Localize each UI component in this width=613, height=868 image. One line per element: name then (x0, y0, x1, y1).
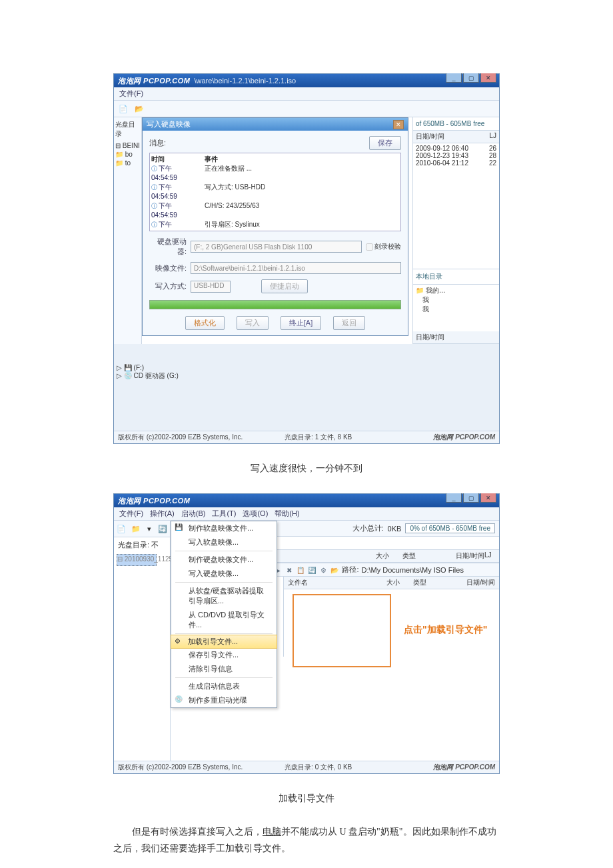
dropdown-icon[interactable]: ▾ (146, 523, 153, 534)
new-icon[interactable]: 📄 (118, 103, 129, 114)
tree-selected[interactable]: ⊟ 20100930_1125 (117, 554, 157, 566)
tree-item[interactable]: 我 (416, 295, 496, 305)
col-name: 文件名 (288, 578, 386, 587)
col-type: 类型 (402, 551, 456, 561)
hdr-date-2: 日期/时间 (416, 333, 496, 342)
new-icon[interactable]: 📄 (117, 523, 126, 534)
progress-bar (149, 300, 401, 309)
menu-extract-boot-cd[interactable]: 从 CD/DVD 提取引导文件... (171, 608, 277, 632)
menu-help[interactable]: 帮助(H) (275, 509, 299, 519)
gear-icon[interactable]: ⚙ (318, 567, 328, 574)
annotation-box (293, 594, 391, 667)
menu-clear-boot-info[interactable]: 清除引导信息 (171, 662, 277, 676)
loc-path-value: D:\My Documents\My ISO Files (362, 566, 464, 574)
dialog-close-button[interactable]: ✕ (393, 120, 404, 129)
date-row: 2010-06-04 21:1222 (416, 159, 496, 167)
menu-file[interactable]: 文件(F) (119, 509, 143, 519)
toolbar: 📄 📂 (114, 101, 499, 117)
tree-to[interactable]: to (114, 159, 141, 167)
capacity-text: of 650MB - 605MB free (413, 117, 499, 130)
delete-icon[interactable]: ✖ (285, 567, 294, 574)
menu-file[interactable]: 文件(F) (119, 89, 143, 99)
loc-path-label: 路径: (342, 565, 358, 575)
status-count: 光盘目录: 0 文件, 0 KB (259, 763, 377, 772)
minimize-button[interactable]: _ (446, 73, 462, 83)
drive-select[interactable]: (F:, 2 GB)General USB Flash Disk 1100 (191, 241, 362, 253)
menu-write-floppy-image[interactable]: 写入软盘映像... (171, 535, 277, 549)
menu-save-boot-file[interactable]: 保存引导文件... (171, 648, 277, 662)
menu-options[interactable]: 选项(O) (243, 509, 268, 519)
menu-action[interactable]: 操作(A) (150, 509, 175, 519)
message-label: 消息: (149, 138, 172, 148)
close-button[interactable]: ✕ (480, 493, 496, 503)
menu-bar: 文件(F) 操作(A) 启动(B) 工具(T) 选项(O) 帮助(H) (114, 507, 499, 521)
close-button[interactable]: ✕ (480, 73, 496, 83)
date-row: 2009-09-12 06:4026 (416, 145, 496, 152)
mode-select[interactable]: USB-HDD (191, 281, 231, 293)
title-path: \ware\beini-1.2.1\beini-1.2.1.iso (194, 77, 296, 85)
window-buttons: _ ▢ ✕ (446, 73, 496, 83)
minimize-button[interactable]: _ (446, 493, 462, 503)
capacity-text: 0% of 650MB - 650MB free (405, 523, 495, 533)
tree-item[interactable]: 我 (416, 305, 496, 314)
back-button[interactable]: 返回 (333, 316, 365, 330)
date-row: 2009-12-23 19:4328 (416, 152, 496, 159)
col-date: 日期/时间 (456, 551, 484, 561)
tree-beini[interactable]: ⊟ BEINI (114, 141, 141, 150)
image-path-field[interactable]: D:\Software\beini-1.2.1\beini-1.2.1.iso (191, 262, 401, 274)
mode-label: 写入方式: (149, 281, 187, 291)
total-value: 0KB (388, 525, 402, 533)
hdr-date: 日期/时间 (416, 132, 489, 141)
maximize-button[interactable]: ▢ (463, 73, 479, 83)
write-button[interactable]: 写入 (237, 316, 269, 330)
disc-dir-label: 光盘目录: (118, 541, 149, 549)
verify-checkbox[interactable]: 刻录校验 (366, 242, 401, 251)
screenshot-load-boot-file: _ ▢ ✕ 泡泡网 PCPOP.COM 文件(F) 操作(A) 启动(B) 工具… (113, 493, 500, 774)
hdr-lj: LJ (489, 132, 496, 141)
right-panel: of 650MB - 605MB free 日期/时间LJ 2009-09-12… (412, 117, 499, 344)
menu-make-hdd-image[interactable]: 制作硬盘映像文件... (171, 553, 277, 567)
write-disk-image-dialog: 写入硬盘映像 ✕ 消息: 保存 时间 事件 下午 04:54:59正在准备数据 … (142, 117, 408, 336)
window-buttons: _ ▢ ✕ (446, 493, 496, 503)
menu-tools[interactable]: 工具(T) (212, 509, 236, 519)
maximize-button[interactable]: ▢ (463, 493, 479, 503)
drive-f[interactable]: ▷ 💾 (F:) (117, 364, 179, 371)
menu-write-hdd-image[interactable]: 写入硬盘映像... (171, 567, 277, 581)
col-type: 类型 (413, 578, 466, 587)
menu-gen-boot-table[interactable]: 生成启动信息表 (171, 679, 277, 693)
tree-item[interactable]: 📁 我的… (416, 286, 496, 295)
open-icon[interactable]: 📂 (134, 103, 145, 114)
menu-make-multiboot[interactable]: 💿制作多重启动光碟 (171, 693, 277, 707)
menu-load-boot-file[interactable]: ⚙加载引导文件... (171, 635, 277, 649)
menu-make-floppy-image[interactable]: 💾制作软盘映像文件... (171, 521, 277, 535)
format-button[interactable]: 格式化 (185, 316, 225, 330)
copy-icon[interactable]: 📋 (296, 567, 305, 574)
save-log-button[interactable]: 保存 (369, 136, 401, 150)
refresh-icon[interactable]: 🔄 (307, 567, 316, 574)
open-icon[interactable]: 📂 (330, 567, 339, 574)
boot-context-menu: 💾制作软盘映像文件... 写入软盘映像... 制作硬盘映像文件... 写入硬盘映… (171, 521, 277, 708)
watermark-text: 泡泡网 PCPOP.COM (377, 433, 495, 442)
open-icon[interactable]: 📁 (131, 523, 141, 534)
dialog-title: 写入硬盘映像 (147, 119, 191, 129)
drive-g[interactable]: ▷ 💿 CD 驱动器 (G:) (117, 371, 179, 381)
caption-1: 写入速度很快，一分钟不到 (113, 463, 500, 475)
menu-extract-boot-sector[interactable]: 从软盘/硬盘驱动器提取引导扇区... (171, 584, 277, 608)
tree-bo[interactable]: bo (114, 150, 141, 159)
local-dir-label: 本地目录 (413, 269, 499, 284)
copyright-text: 版权所有 (c)2002-2009 EZB Systems, Inc. (118, 763, 259, 772)
left-panel: 光盘目录 ⊟ BEINI bo to (114, 117, 142, 344)
menu-boot[interactable]: 启动(B) (181, 509, 206, 519)
col-date: 日期/时间 (466, 578, 495, 587)
window-titlebar: 泡泡网 PCPOP.COM (114, 494, 499, 507)
log-hdr-event: 事件 (205, 155, 218, 164)
refresh-icon[interactable]: 🔄 (158, 523, 167, 534)
left-panel: 📄 📁 ▾ 🔄 光盘目录: 不 ⊟ 20100930_1125 (114, 521, 171, 761)
copyright-text: 版权所有 (c)2002-2009 EZB Systems, Inc. (118, 433, 259, 442)
log-row: 下午 04:54:59C/H/S: 243/255/63 (151, 201, 399, 220)
local-drives: ▷ 💾 (F:) ▷ 💿 CD 驱动器 (G:) (117, 364, 179, 381)
image-label: 映像文件: (149, 263, 187, 273)
stop-button[interactable]: 终止[A] (281, 316, 321, 330)
link-computer[interactable]: 电脑 (263, 827, 281, 837)
convenient-boot-button[interactable]: 便捷启动 (261, 279, 308, 293)
